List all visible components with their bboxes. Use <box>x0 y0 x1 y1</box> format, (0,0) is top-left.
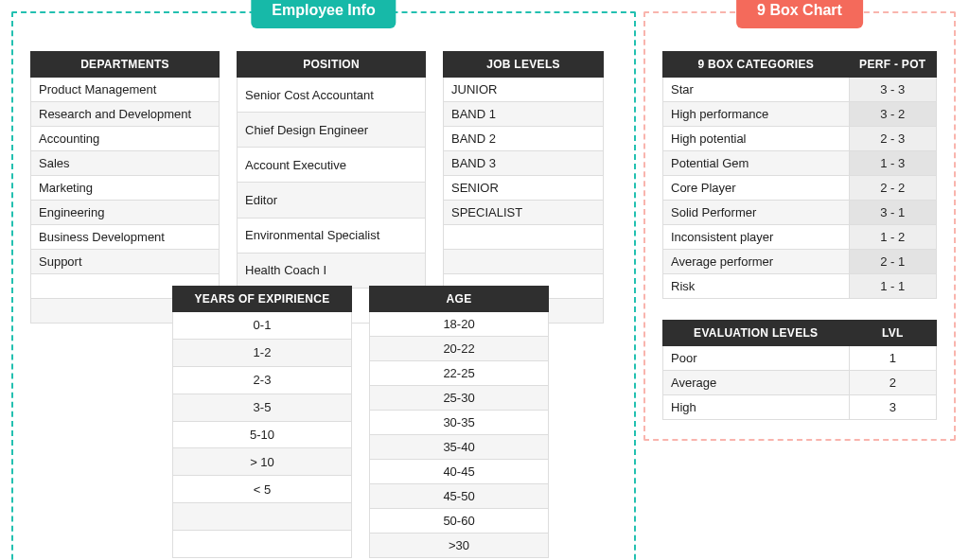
cell: BAND 1 <box>444 102 604 127</box>
employee-info-row1: DEPARTMENTS Product ManagementResearch a… <box>30 51 617 324</box>
nine-box-panel: 9 Box Chart 9 BOX CATEGORIES PERF - POT … <box>643 11 956 441</box>
nine-box-body: Star3 - 3High performance3 - 2High poten… <box>663 78 937 299</box>
cell: Support <box>31 250 220 274</box>
cell: Accounting <box>31 127 220 151</box>
table-row: 35-40 <box>370 435 549 460</box>
page: Employee Info DEPARTMENTS Product Manage… <box>11 11 958 560</box>
cell: Chief Design Engineer <box>238 113 426 148</box>
age-body: 18-2020-2222-2525-3030-3535-4040-4545-50… <box>370 312 549 558</box>
cell: Average <box>663 371 850 395</box>
cell: 3 - 1 <box>849 201 936 225</box>
cell: 3 - 2 <box>849 102 936 127</box>
cell: 5-10 <box>173 421 352 448</box>
table-row: 50-60 <box>370 509 549 534</box>
cell: 3-5 <box>173 394 352 421</box>
age-header: AGE <box>370 287 549 312</box>
cell: Average performer <box>663 250 850 274</box>
cell: 2 <box>849 371 936 395</box>
cell: 2 - 3 <box>849 127 936 151</box>
cell: 1 <box>849 346 936 371</box>
table-row: Marketing <box>31 176 220 201</box>
evaluation-header-name: EVALUATION LEVELS <box>663 321 850 346</box>
table-row: Engineering <box>31 201 220 225</box>
evaluation-body: Poor1Average2High3 <box>663 346 937 420</box>
table-row: Core Player2 - 2 <box>663 176 937 201</box>
table-row: 3-5 <box>173 394 352 421</box>
cell: >30 <box>370 534 549 558</box>
table-row: High3 <box>663 395 937 420</box>
cell <box>173 503 352 531</box>
table-row: 1-2 <box>173 339 352 366</box>
evaluation-table: EVALUATION LEVELS LVL Poor1Average2High3 <box>662 320 937 420</box>
cell: 1-2 <box>173 339 352 366</box>
cell: Account Executive <box>238 148 426 183</box>
cell: BAND 2 <box>444 127 604 151</box>
nine-box-header-cat: 9 BOX CATEGORIES <box>663 52 850 78</box>
table-row <box>444 225 604 250</box>
table-row: Health Coach I <box>238 253 426 288</box>
table-row: Senior Cost Accountant <box>238 78 426 113</box>
table-row: Average performer2 - 1 <box>663 250 937 274</box>
cell: Senior Cost Accountant <box>238 78 426 113</box>
table-row: Sales <box>31 151 220 176</box>
table-row: 40-45 <box>370 460 549 484</box>
table-row: Poor1 <box>663 346 937 371</box>
table-row: < 5 <box>173 476 352 503</box>
table-row: Account Executive <box>238 148 426 183</box>
table-row: Inconsistent player1 - 2 <box>663 225 937 250</box>
employee-info-title: Employee Info <box>251 0 396 28</box>
cell: > 10 <box>173 448 352 476</box>
table-row: 45-50 <box>370 484 549 509</box>
nine-box-table: 9 BOX CATEGORIES PERF - POT Star3 - 3Hig… <box>662 51 937 299</box>
evaluation-header-lvl: LVL <box>849 321 936 346</box>
cell: Core Player <box>663 176 850 201</box>
table-row <box>173 503 352 531</box>
departments-table: DEPARTMENTS Product ManagementResearch a… <box>30 51 220 324</box>
cell: 2 - 2 <box>849 176 936 201</box>
cell: 50-60 <box>370 509 549 534</box>
cell: Potential Gem <box>663 151 850 176</box>
cell: 45-50 <box>370 484 549 509</box>
table-row: 2-3 <box>173 366 352 394</box>
years-table: YEARS OF EXPIRIENCE 0-11-22-33-55-10> 10… <box>172 286 352 558</box>
table-row: > 10 <box>173 448 352 476</box>
cell <box>444 250 604 274</box>
cell: 2-3 <box>173 366 352 394</box>
cell: SPECIALIST <box>444 201 604 225</box>
joblevels-table: JOB LEVELS JUNIORBAND 1BAND 2BAND 3SENIO… <box>443 51 604 324</box>
table-row: 5-10 <box>173 421 352 448</box>
years-header: YEARS OF EXPIRIENCE <box>173 287 352 312</box>
cell: 40-45 <box>370 460 549 484</box>
table-row: Support <box>31 250 220 274</box>
table-row: JUNIOR <box>444 78 604 102</box>
table-row: SPECIALIST <box>444 201 604 225</box>
cell: Product Management <box>31 78 220 102</box>
cell: Risk <box>663 274 850 299</box>
cell: 3 <box>849 395 936 420</box>
cell: Marketing <box>31 176 220 201</box>
table-row: Chief Design Engineer <box>238 113 426 148</box>
table-row: SENIOR <box>444 176 604 201</box>
cell: 3 - 3 <box>849 78 936 102</box>
cell: SENIOR <box>444 176 604 201</box>
cell: Research and Development <box>31 102 220 127</box>
cell: 20-22 <box>370 337 549 361</box>
cell: 22-25 <box>370 361 549 386</box>
position-table: POSITION Senior Cost AccountantChief Des… <box>237 51 426 324</box>
table-row: Potential Gem1 - 3 <box>663 151 937 176</box>
cell: < 5 <box>173 476 352 503</box>
cell: 1 - 1 <box>849 274 936 299</box>
cell: 1 - 2 <box>849 225 936 250</box>
cell: Health Coach I <box>238 253 426 288</box>
table-row: 18-20 <box>370 312 549 337</box>
cell: 2 - 1 <box>849 250 936 274</box>
table-row: Solid Performer3 - 1 <box>663 201 937 225</box>
cell: BAND 3 <box>444 151 604 176</box>
table-row: BAND 3 <box>444 151 604 176</box>
table-row: 0-1 <box>173 312 352 340</box>
cell: Solid Performer <box>663 201 850 225</box>
cell: High <box>663 395 850 420</box>
employee-info-row2: YEARS OF EXPIRIENCE 0-11-22-33-55-10> 10… <box>172 286 617 558</box>
cell: 30-35 <box>370 411 549 435</box>
cell: 1 - 3 <box>849 151 936 176</box>
